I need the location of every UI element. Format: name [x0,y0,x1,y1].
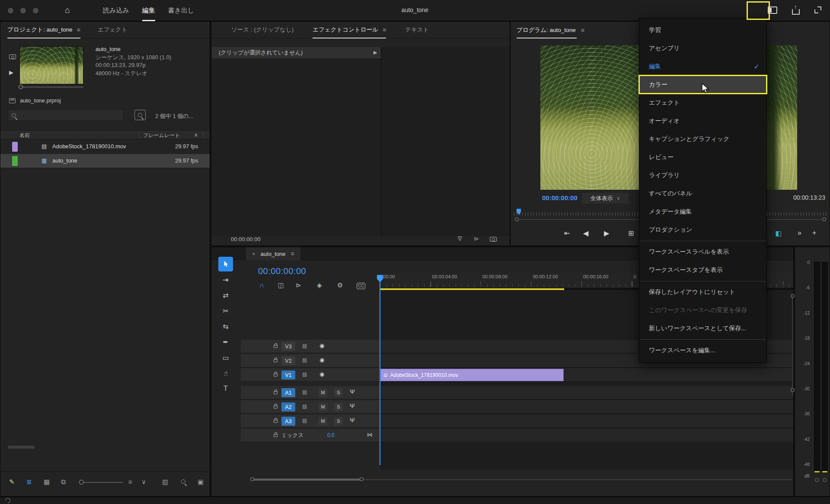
voiceover-record-icon[interactable]: Ψ [350,417,355,424]
captions-icon[interactable]: CC [357,283,365,289]
comparison-view-icon[interactable]: ◧ [775,229,782,237]
minimize-window-button[interactable] [20,8,26,13]
add-marker-icon[interactable]: ◈ [317,281,322,289]
zoom-window-button[interactable] [33,8,38,13]
program-current-timecode[interactable]: 00:00:00:00 [542,194,578,201]
workspace-menu-item-reset-to-saved-layout[interactable]: 保存したレイアウトにリセット [639,283,766,301]
meter-channel-button[interactable] [823,478,827,482]
hand-tool[interactable]: ☝ [218,366,233,380]
timeline-horizontal-scrollbar[interactable] [246,477,793,482]
lock-icon[interactable] [274,359,278,362]
mute-button[interactable]: M [319,403,327,411]
workspace-menu-item-metadata-editing[interactable]: メタデータ編集 [639,203,766,221]
share-icon[interactable] [792,6,800,16]
lock-icon[interactable] [274,345,278,348]
workspace-menu-item-show-workspace-tabs[interactable]: ワークスペースタブを表示 [639,261,766,279]
source-patch-icon[interactable]: ▤ [302,389,307,395]
track-badge-a2[interactable]: A2 [281,402,295,411]
snap-icon[interactable]: ∩ [259,281,264,289]
tab-export[interactable]: 書き出し [168,0,195,21]
column-framerate[interactable]: フレームレート [143,132,180,139]
play-icon[interactable]: ▶ [604,229,609,237]
sort-order-chevron-icon[interactable]: ∨ [141,478,146,486]
rectangle-tool[interactable]: ▭ [218,350,233,365]
audio-track-lane-a1[interactable] [380,386,793,399]
toggle-track-output-icon[interactable]: ◉ [319,357,324,363]
step-back-icon[interactable]: ◀ [583,229,588,237]
solo-button[interactable]: S [334,403,343,411]
track-badge-a3[interactable]: A3 [281,417,295,426]
source-patch-icon[interactable]: ▤ [302,418,307,424]
tab-effect-controls[interactable]: エフェクトコントロール≡ [313,22,386,38]
panel-menu-icon[interactable]: ≡ [383,26,386,33]
timeline-clip[interactable]: ▤ AdobeStock_178190010.mov [380,369,564,381]
lock-icon[interactable] [274,420,278,423]
panel-menu-icon[interactable]: ≡ [290,250,294,257]
fullscreen-icon[interactable] [814,6,821,15]
workspace-menu-item-all-panels[interactable]: すべてのパネル [639,185,766,203]
bin-item-adobestock-mov[interactable]: ▤AdobeStock_178190010.mov29.97 fps [0,140,210,154]
button-editor-icon[interactable]: » [798,229,801,237]
audio-track-header-a3[interactable]: A3▤MSΨ [241,415,379,428]
workspace-menu-item-production[interactable]: プロダクション [639,221,766,239]
go-to-in-icon[interactable]: ⇤ [564,229,570,237]
close-icon[interactable]: × [252,251,255,257]
panel-menu-icon[interactable]: ≡ [77,26,80,33]
close-window-button[interactable] [8,8,13,13]
home-icon[interactable]: ⌂ [65,5,70,15]
preview-scrub-knob[interactable] [19,85,23,89]
workspace-menu-item-effects[interactable]: エフェクト [639,94,766,112]
automate-to-sequence-icon[interactable]: ▥ [162,478,168,486]
timeline-timecode[interactable]: 00:00:00:00 [258,266,306,276]
workspace-menu-item-learning[interactable]: 学習 [639,21,766,39]
search-box[interactable] [8,109,124,121]
audio-track-header-a1[interactable]: A1▤MSΨ [241,386,379,399]
sort-caret-icon[interactable]: ∧ [194,132,198,138]
column-divider[interactable] [139,131,139,138]
workspace-menu-item-captions-and-graphics[interactable]: キャプションとグラフィック [639,130,766,148]
workspace-menu-item-editing[interactable]: 編集✓ [639,57,766,76]
horizontal-scrollbar-thumb[interactable] [8,446,35,449]
source-patch-icon[interactable]: ▤ [302,357,307,363]
sort-icons-icon[interactable]: ≡ [128,478,132,485]
tab-effects[interactable]: エフェクト [98,22,128,38]
lock-icon[interactable] [274,373,278,376]
workspace-menu-item-save-changes-to-this-workspace[interactable]: このワークスペースへの変更を保存 [639,301,766,319]
zoom-handle-top[interactable] [791,294,795,298]
create-search-bin-icon[interactable] [134,110,146,120]
track-badge-a1[interactable]: A1 [281,388,295,397]
mute-button[interactable]: M [319,417,327,425]
track-select-forward-tool[interactable]: ⇥ [218,272,233,287]
bin-item-auto-tone[interactable]: ▦auto_tone29.97 fps [0,154,210,168]
collapse-arrow-icon[interactable]: ▶ [374,50,377,55]
video-track-header-v1[interactable]: V1▤◉ [241,368,379,382]
voiceover-record-icon[interactable]: Ψ [350,402,355,409]
program-panel-tab[interactable]: プログラム: auto_tone ≡ [517,22,584,38]
label-color-chip[interactable] [12,142,18,152]
zoom-handle-left[interactable] [250,477,254,481]
pen-tool[interactable]: ✒ [218,335,233,349]
workspace-menu-item-show-workspace-labels[interactable]: ワークスペースラベルを表示 [639,243,766,261]
filter-properties-icon[interactable]: ∇ [458,235,462,242]
lock-icon[interactable] [274,434,278,437]
track-badge-v2[interactable]: V2 [281,356,295,365]
audio-track-lane-a3[interactable] [380,415,793,428]
tab-source[interactable]: ソース : (クリップなし) [231,22,294,38]
workspace-menu-item-review[interactable]: レビュー [639,148,766,166]
track-badge-v3[interactable]: V3 [281,342,295,351]
zoom-handle-right[interactable] [360,477,364,481]
workspace-menu-item-save-as-new-workspace[interactable]: 新しいワークスペースとして保存... [639,319,766,338]
scrollbar-thumb[interactable] [253,478,363,481]
selection-tool[interactable] [218,257,233,271]
source-patch-icon[interactable]: ▤ [302,371,307,377]
voiceover-record-icon[interactable]: Ψ [350,388,355,395]
razor-tool[interactable]: ✂ [218,303,233,318]
project-file-row[interactable]: auto_tone.prproj [9,97,61,104]
add-button-icon[interactable]: + [812,229,816,237]
tab-project[interactable]: プロジェクト: auto_tone≡ [7,22,80,38]
workspace-icon[interactable] [768,6,777,15]
audio-track-header-a2[interactable]: A2▤MSΨ [241,400,379,414]
ripple-edit-tool[interactable]: ⇄ [218,288,233,303]
mix-bind-icon[interactable]: ⋈ [367,431,373,438]
search-input[interactable] [19,112,115,118]
